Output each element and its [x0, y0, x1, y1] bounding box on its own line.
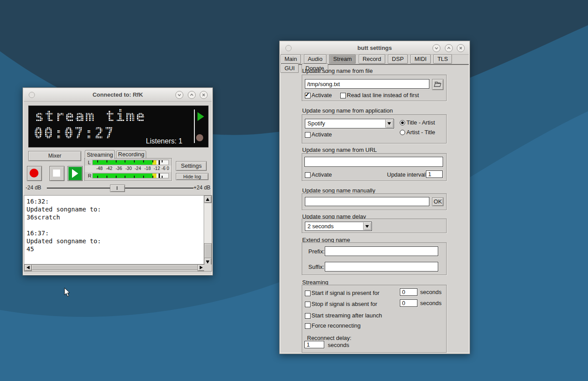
stop-signal-seconds-input[interactable]	[400, 299, 417, 307]
scroll-left-button[interactable]	[24, 264, 32, 271]
tab-dsp[interactable]: DSP	[388, 54, 408, 64]
main-window-titlebar[interactable]: Connected to: RfK	[24, 89, 212, 102]
tab-recording[interactable]: Recording	[116, 151, 146, 158]
record-button[interactable]	[27, 166, 42, 181]
section-delay: 2 seconds	[302, 219, 447, 233]
artist-title-radio[interactable]	[400, 130, 405, 135]
play-button[interactable]	[68, 166, 83, 181]
start-signal-seconds-input[interactable]	[400, 288, 417, 296]
log-horizontal-scrollbar[interactable]	[24, 264, 205, 271]
minimize-button[interactable]	[175, 91, 183, 99]
vertical-scroll-thumb[interactable]	[204, 243, 212, 259]
maximize-button[interactable]	[445, 44, 453, 52]
maximize-button[interactable]	[188, 91, 196, 99]
dropdown-arrow-icon[interactable]	[363, 223, 371, 230]
reconnect-delay-label: Reconnect delay:	[307, 335, 351, 341]
settings-button[interactable]: Settings	[176, 161, 207, 171]
recording-inactive-icon	[196, 134, 203, 141]
settings-window-title: butt settings	[281, 45, 469, 51]
ok-button[interactable]: OK	[432, 197, 444, 206]
gain-slider-thumb[interactable]	[110, 185, 125, 192]
tab-stream[interactable]: Stream	[329, 54, 356, 64]
meter-left-label: L	[88, 160, 91, 165]
force-reconnecting-checkbox[interactable]	[305, 323, 311, 329]
stream-time-label: stream time	[35, 108, 146, 125]
settings-window-titlebar[interactable]: butt settings	[281, 42, 469, 55]
file-activate-label: Activate	[311, 92, 332, 98]
tab-midi[interactable]: MIDI	[410, 54, 430, 64]
scale-tick-label: -12	[154, 166, 160, 171]
scale-tick-label: -6	[162, 166, 166, 171]
stop-if-signal-label: Stop if signal is absent for	[311, 301, 377, 307]
song-url-input[interactable]	[304, 157, 443, 167]
prefix-input[interactable]	[325, 246, 438, 256]
url-activate-checkbox[interactable]	[305, 172, 311, 178]
seconds-label: seconds	[420, 289, 441, 295]
tab-tls[interactable]: TLS	[433, 54, 452, 64]
delay-select[interactable]: 2 seconds	[305, 222, 372, 231]
application-select[interactable]: Spotify	[305, 119, 394, 128]
log-vertical-scrollbar[interactable]	[204, 196, 212, 265]
stop-button[interactable]	[49, 166, 64, 181]
listeners-count: Listeners: 1	[146, 137, 182, 145]
title-artist-label: Title - Artist	[406, 119, 435, 126]
suffix-input[interactable]	[325, 262, 438, 272]
lcd-display: stream time 00:07:27 Listeners: 1	[28, 106, 209, 147]
minimize-button[interactable]	[432, 44, 440, 52]
lcd-separator	[194, 109, 195, 143]
file-activate-checkbox[interactable]	[305, 93, 311, 98]
close-icon	[201, 92, 206, 98]
tab-audio[interactable]: Audio	[304, 54, 326, 64]
application-activate-checkbox[interactable]	[305, 132, 311, 138]
desktop: Connected to: RfK stream time 00:07:27 L…	[0, 0, 588, 381]
reconnect-delay-input[interactable]	[304, 341, 324, 348]
main-window: Connected to: RfK stream time 00:07:27 L…	[23, 87, 213, 275]
mixer-button[interactable]: Mixer	[28, 151, 81, 161]
mouse-cursor	[64, 287, 71, 297]
scale-tick-label: -36	[116, 166, 122, 171]
scrollbar-corner	[204, 264, 212, 271]
close-button[interactable]	[457, 44, 465, 52]
scale-tick-label: -18	[144, 166, 151, 171]
section-label-url: Update song name from URL	[302, 147, 377, 153]
section-application: Spotify Title - Artist Artist - Title Ac…	[302, 114, 447, 143]
start-if-signal-checkbox[interactable]	[305, 290, 311, 296]
gain-max-label: +24 dB	[193, 185, 210, 191]
title-artist-radio[interactable]	[400, 120, 405, 125]
prefix-label: Prefix:	[308, 248, 325, 255]
manual-song-name-input[interactable]	[305, 197, 429, 206]
song-file-path-input[interactable]	[305, 79, 429, 89]
force-reconnecting-label: Force reconnecting	[311, 322, 360, 329]
horizontal-scroll-thumb[interactable]	[31, 264, 198, 270]
artist-title-label: Artist - Title	[406, 129, 435, 136]
update-interval-input[interactable]	[426, 170, 443, 178]
section-extend: Prefix: Suffix:	[302, 242, 447, 275]
hide-log-button[interactable]: Hide log	[176, 173, 209, 180]
start-if-signal-label: Start if signal is present for	[311, 290, 379, 296]
tab-gui[interactable]: GUI	[281, 64, 299, 73]
application-select-value: Spotify	[307, 120, 325, 127]
meter-bar-right	[92, 173, 169, 178]
application-activate-label: Activate	[311, 131, 332, 138]
stop-if-signal-checkbox[interactable]	[305, 302, 311, 307]
vu-meter: L dB R -48 -42 -36 -30 -24 -18 -12 -6 0	[84, 158, 172, 181]
meter-bar-left	[92, 160, 169, 165]
section-label-file: Update song name from file	[302, 68, 373, 74]
scroll-up-button[interactable]	[204, 196, 212, 203]
section-file: Activate Read last line instead of first	[302, 75, 447, 101]
log-area: 16:32: Updated songname to: 36scratch 16…	[24, 195, 212, 272]
tab-streaming[interactable]: Streaming	[85, 150, 115, 159]
section-manual: OK	[302, 193, 447, 210]
stream-time-value: 00:07:27	[34, 124, 115, 142]
read-last-line-checkbox[interactable]	[340, 93, 346, 98]
dropdown-arrow-icon[interactable]	[385, 120, 393, 128]
section-label-application: Update song name from application	[302, 107, 393, 114]
close-button[interactable]	[200, 91, 208, 99]
browse-file-button[interactable]	[432, 79, 444, 90]
tab-main[interactable]: Main	[281, 54, 301, 64]
read-last-line-label: Read last line instead of first	[347, 92, 419, 98]
section-label-manual: Update song name manually	[302, 187, 376, 194]
start-streaming-after-launch-checkbox[interactable]	[305, 313, 311, 319]
tab-record[interactable]: Record	[359, 54, 385, 64]
seconds-label: seconds	[420, 300, 441, 306]
